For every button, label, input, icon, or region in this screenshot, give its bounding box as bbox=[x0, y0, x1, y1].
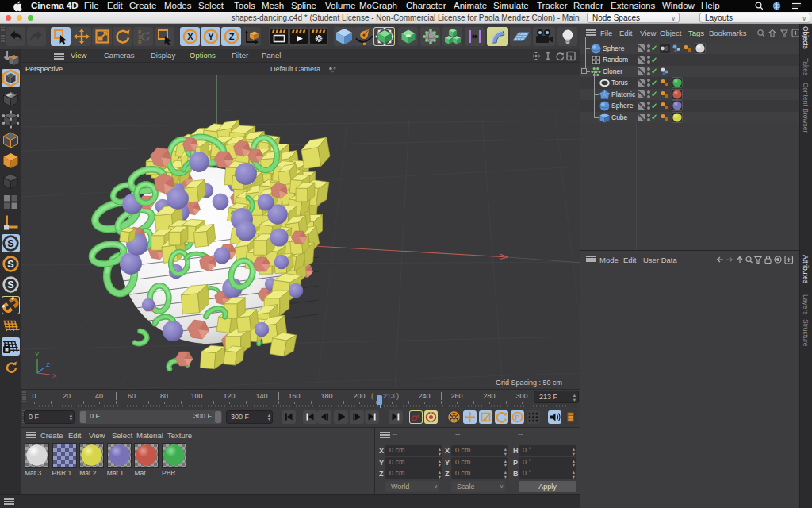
svg-text:Z: Z bbox=[46, 361, 50, 368]
svg-text:Y: Y bbox=[35, 351, 40, 358]
svg-text:X: X bbox=[52, 372, 57, 379]
svg-text:X: X bbox=[187, 32, 193, 41]
svg-text:P: P bbox=[515, 414, 520, 421]
svg-text:R: R bbox=[138, 40, 142, 45]
svg-text:S: S bbox=[7, 259, 13, 270]
svg-text:Y: Y bbox=[208, 32, 214, 41]
svg-text:S: S bbox=[7, 279, 13, 291]
svg-text:S: S bbox=[7, 238, 13, 249]
svg-text:Z: Z bbox=[228, 32, 234, 41]
